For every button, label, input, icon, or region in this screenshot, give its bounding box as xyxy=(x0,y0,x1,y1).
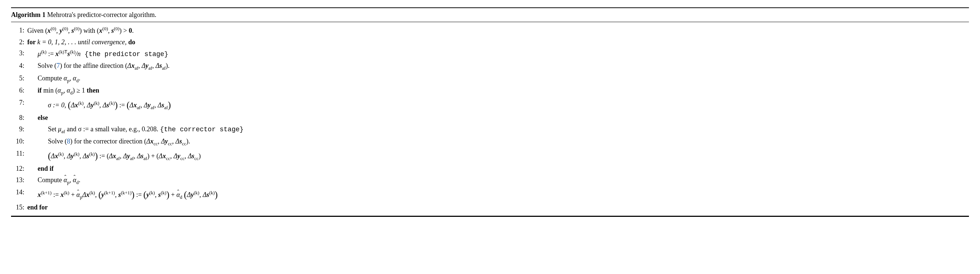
sub-af: af xyxy=(143,156,147,161)
var-s: s xyxy=(111,27,114,34)
algo-line: 13: Compute αp, αd. xyxy=(11,175,969,186)
keyword-endif: end if xyxy=(38,165,54,172)
sub-cc: cc xyxy=(182,141,186,147)
text: . xyxy=(132,27,134,34)
algo-line: 1: Given (x(0), y(0), s(0)) with (x(0), … xyxy=(11,25,969,36)
sup-0: (0) xyxy=(102,26,108,31)
text: with xyxy=(82,27,97,34)
delta: Δ xyxy=(188,152,192,160)
text: Compute xyxy=(38,75,64,82)
sup-0: (0) xyxy=(51,26,56,31)
loop-text: k = 0, 1, 2, . . . until convergence, xyxy=(37,38,126,46)
sub-af: af xyxy=(62,128,65,134)
mu: μ xyxy=(38,50,41,57)
delta: Δ xyxy=(156,62,159,69)
var-y: y xyxy=(165,137,168,145)
assign: := xyxy=(135,191,143,198)
algo-line: 4: Solve (7) for the affine direction (Δ… xyxy=(11,61,969,72)
comma: , xyxy=(95,191,99,198)
sup-k1: (k+1) xyxy=(121,190,132,196)
delta: Δ xyxy=(175,137,180,145)
keyword-for: for xyxy=(27,38,37,46)
var-y: y xyxy=(60,27,63,34)
algo-line: 11: (Δx(k), Δy(k), Δs(k)) := (Δxaf, Δyaf… xyxy=(11,148,969,162)
transpose: T xyxy=(64,49,67,54)
algo-line: 10: Solve (8) for the corrector directio… xyxy=(11,136,969,148)
alpha: α xyxy=(73,75,76,82)
plus: + xyxy=(69,191,76,198)
delta: Δ xyxy=(127,62,132,69)
var-s: s xyxy=(159,62,162,69)
line-content: Solve (8) for the corrector direction (Δ… xyxy=(27,136,969,148)
sup-k: (k) xyxy=(78,100,84,106)
sup-k: (k) xyxy=(41,49,46,54)
delta: Δ xyxy=(173,152,178,160)
var-y: y xyxy=(127,152,130,160)
line-number: 12: xyxy=(11,163,27,174)
algorithm-label: Algorithm xyxy=(11,11,41,18)
sup-k: (k) xyxy=(109,100,115,106)
line-content: end if xyxy=(27,163,969,174)
delta: Δ xyxy=(130,101,134,109)
delta: Δ xyxy=(67,152,71,160)
delta: Δ xyxy=(203,191,207,198)
algo-line: 5: Compute αp, αd. xyxy=(11,73,969,84)
text: ). xyxy=(166,62,170,69)
alpha: α xyxy=(64,75,67,82)
var-y: y xyxy=(148,101,151,109)
line-content: if min (αp, αd) ≥ 1 then xyxy=(27,85,969,97)
alpha-hat: α xyxy=(64,176,67,184)
text: ( xyxy=(54,87,58,94)
comment-corrector: {the corrector stage} xyxy=(160,126,243,133)
var-x: x xyxy=(38,191,41,198)
keyword-do: do xyxy=(127,38,136,46)
line-number: 13: xyxy=(11,175,27,185)
delta: Δ xyxy=(187,191,191,198)
text: Compute xyxy=(38,176,64,184)
algorithm-title: Mehrotra's predictor-corrector algorithm… xyxy=(47,11,156,18)
plus: + xyxy=(170,191,177,198)
algo-line: 2: for k = 0, 1, 2, . . . until converge… xyxy=(11,37,969,48)
line-content: Set μaf and σ := a small value, e.g., 0.… xyxy=(27,124,969,135)
algorithm-header: Algorithm 1 Mehrotra's predictor-correct… xyxy=(11,8,969,22)
line-number: 11: xyxy=(11,148,27,159)
ref-link-8[interactable]: 8 xyxy=(67,137,70,145)
algo-line: 9: Set μaf and σ := a small value, e.g.,… xyxy=(11,124,969,135)
sup-k: (k) xyxy=(58,151,64,157)
text: and σ := a small value, e.g., 0.208. xyxy=(65,125,160,133)
sub-af: af xyxy=(162,65,166,71)
sup-k: (k) xyxy=(94,100,99,106)
text: > xyxy=(122,27,129,34)
sub-af: af xyxy=(135,65,138,71)
var-x: x xyxy=(55,152,58,160)
sub-af: af xyxy=(164,105,168,110)
sub-cc: cc xyxy=(180,156,185,161)
keyword-endfor: end for xyxy=(27,204,48,211)
algo-line: 7: σ := 0, (Δx(k), Δy(k), Δs(k)) := (Δxa… xyxy=(11,97,969,112)
line-number: 7: xyxy=(11,97,27,108)
line-content: else xyxy=(27,113,969,123)
sub-af: af xyxy=(151,105,154,110)
text: ) for the affine direction ( xyxy=(60,62,127,69)
delta: Δ xyxy=(82,191,86,198)
sup-k: (k) xyxy=(59,49,64,54)
text: Given xyxy=(27,27,45,34)
var-x: x xyxy=(75,101,78,109)
algo-line: 6: if min (αp, αd) ≥ 1 then xyxy=(11,85,969,97)
sub-cc: cc xyxy=(166,156,170,161)
sup-k: (k) xyxy=(64,190,69,196)
line-number: 6: xyxy=(11,85,27,96)
ref-link-7[interactable]: 7 xyxy=(57,62,60,69)
sub-af: af xyxy=(137,105,140,110)
algo-line: 12: end if xyxy=(11,163,969,174)
delta: Δ xyxy=(144,101,148,109)
line-number: 5: xyxy=(11,73,27,84)
var-x: x xyxy=(55,50,59,57)
sup-0: (0) xyxy=(74,26,80,31)
line-number: 9: xyxy=(11,124,27,135)
delta: Δ xyxy=(146,137,150,145)
line-number: 14: xyxy=(11,187,27,198)
sub-af: af xyxy=(116,156,120,161)
delta: Δ xyxy=(158,101,162,109)
sub-af: af xyxy=(148,65,152,71)
